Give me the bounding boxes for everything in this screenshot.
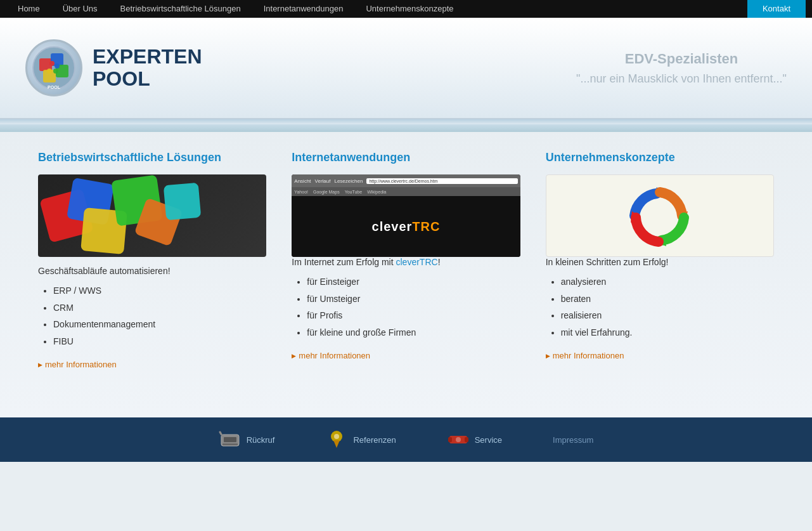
nav-kontakt[interactable]: Kontakt — [747, 0, 806, 18]
tagline-prefix: Im Internet zum Erfolg mit — [292, 257, 396, 267]
arrows-image — [546, 174, 774, 257]
browser-lesezeichen: Lesezeichen — [334, 178, 363, 184]
list-item: ERP / WWS — [53, 282, 266, 299]
main-nav: Home Über Uns Betriebswirtschaftliche Lö… — [0, 0, 812, 18]
edv-label: EDV-Spezialisten — [576, 51, 787, 67]
browser-url: http://www.clevertrc.de/Demos.htm — [366, 178, 517, 184]
site-footer: Rückruf Referenzen Service Impressum — [0, 417, 812, 462]
phone-svg — [219, 431, 242, 449]
list-item: realisieren — [561, 307, 774, 324]
service-icon — [447, 431, 470, 449]
list-item: beraten — [561, 291, 774, 308]
col-bwl-list: ERP / WWS CRM Dokumentenmanagement FIBU — [38, 282, 266, 350]
main-content: Betriebswirtschaftliche Lösungen Geschäf… — [0, 132, 812, 417]
logo-icon: POOL — [32, 46, 76, 90]
browser-brand: cleverTRC — [292, 196, 520, 257]
list-item: für Profis — [307, 307, 520, 324]
trc-text: TRC — [412, 220, 440, 234]
logo-circle: POOL — [25, 39, 82, 96]
col-internet-title[interactable]: Internetanwendungen — [292, 151, 520, 164]
nav-konzepte[interactable]: Unternehmenskonzepte — [354, 0, 465, 18]
browser-tabs: Yahoo! Google Maps YouTube Wikipedia — [292, 187, 520, 196]
col-konzepte: Unternehmenskonzepte — [546, 151, 774, 369]
svg-point-6 — [55, 63, 60, 69]
tab-googlemaps: Google Maps — [313, 190, 340, 194]
clever-text: clever — [372, 220, 413, 234]
col-internet-tagline: Im Internet zum Erfolg mit cleverTRC! — [292, 257, 520, 267]
tab-yahoo: Yahoo! — [294, 190, 308, 194]
browser-topbar: Ansicht Verlauf Lesezeichen http://www.c… — [292, 174, 520, 187]
bwl-more-link[interactable]: mehr Informationen — [38, 360, 117, 369]
footer-rueckruf-label: Rückruf — [247, 435, 275, 445]
service-svg — [447, 431, 470, 449]
footer-service[interactable]: Service — [447, 431, 502, 449]
list-item: mit viel Erfahrung. — [561, 324, 774, 341]
slogan-text: "...nur ein Mausklick von Ihnen entfernt… — [576, 72, 787, 86]
svg-text:POOL: POOL — [48, 85, 61, 89]
svg-point-0 — [33, 47, 75, 89]
content-columns: Betriebswirtschaftliche Lösungen Geschäf… — [38, 151, 774, 369]
brand-name: EXPERTEN POOL — [93, 46, 202, 90]
site-header: POOL EXPERTEN POOL EDV-Spezialisten "...… — [0, 18, 812, 119]
browser-verlauf: Verlauf — [315, 178, 331, 184]
color-divider — [0, 124, 812, 132]
logo-area: POOL EXPERTEN POOL — [25, 39, 202, 96]
col-bwl-tagline: Geschäftsabläufe automatisieren! — [38, 266, 266, 276]
col-internet-list: für Einsteiger für Umsteiger für Profis … — [292, 273, 520, 341]
footer-referenzen[interactable]: Referenzen — [325, 431, 396, 449]
logo-text: EXPERTEN POOL — [93, 46, 202, 90]
list-item: FIBU — [53, 333, 266, 350]
list-item: für kleine und große Firmen — [307, 324, 520, 341]
browser-image: Ansicht Verlauf Lesezeichen http://www.c… — [292, 174, 520, 257]
svg-point-19 — [334, 434, 339, 439]
tagline-area: EDV-Spezialisten "...nur ein Mausklick v… — [576, 51, 787, 86]
footer-impressum[interactable]: Impressum — [553, 435, 593, 445]
col-konzepte-tagline: In kleinen Schritten zum Erfolg! — [546, 257, 774, 267]
svg-point-8 — [47, 69, 52, 74]
svg-marker-18 — [333, 440, 340, 448]
footer-referenzen-label: Referenzen — [353, 435, 396, 445]
svg-rect-21 — [448, 437, 452, 442]
tab-wikipedia: Wikipedia — [367, 190, 386, 194]
tagline-link[interactable]: cleverTRC — [396, 257, 438, 267]
konzepte-more-link[interactable]: mehr Informationen — [546, 351, 624, 360]
col-bwl: Betriebswirtschaftliche Lösungen Geschäf… — [38, 151, 266, 369]
browser-ansicht: Ansicht — [294, 178, 311, 184]
phone-icon — [219, 431, 242, 449]
header-divider — [0, 119, 812, 124]
footer-service-label: Service — [475, 435, 502, 445]
tab-youtube: YouTube — [345, 190, 363, 194]
footer-rueckruf[interactable]: Rückruf — [219, 431, 275, 449]
puzzle-piece-cyan — [164, 183, 202, 221]
nav-bwl[interactable]: Betriebswirtschaftliche Lösungen — [109, 0, 252, 18]
pin-svg — [330, 430, 344, 449]
col-konzepte-title[interactable]: Unternehmenskonzepte — [546, 151, 774, 164]
svg-point-23 — [456, 437, 461, 442]
svg-rect-22 — [465, 437, 468, 442]
col-konzepte-list: analysieren beraten realisieren mit viel… — [546, 273, 774, 341]
tagline-suffix: ! — [438, 257, 441, 267]
internet-more-link[interactable]: mehr Informationen — [292, 351, 370, 360]
svg-rect-16 — [222, 443, 238, 445]
list-item: für Umsteiger — [307, 291, 520, 308]
col-bwl-title[interactable]: Betriebswirtschaftliche Lösungen — [38, 151, 266, 164]
list-item: analysieren — [561, 273, 774, 291]
svg-rect-15 — [224, 437, 236, 442]
svg-point-5 — [49, 61, 55, 66]
col-internet: Internetanwendungen Ansicht Verlauf Lese… — [292, 151, 520, 369]
nav-internet[interactable]: Internetanwendungen — [252, 0, 355, 18]
nav-ueber-uns[interactable]: Über Uns — [51, 0, 109, 18]
arrows-svg — [622, 181, 698, 251]
nav-home[interactable]: Home — [6, 0, 51, 18]
puzzle-image — [38, 174, 266, 257]
list-item: für Einsteiger — [307, 273, 520, 291]
pin-icon — [325, 431, 348, 449]
svg-point-7 — [53, 69, 58, 74]
list-item: CRM — [53, 299, 266, 317]
list-item: Dokumentenmanagement — [53, 316, 266, 333]
